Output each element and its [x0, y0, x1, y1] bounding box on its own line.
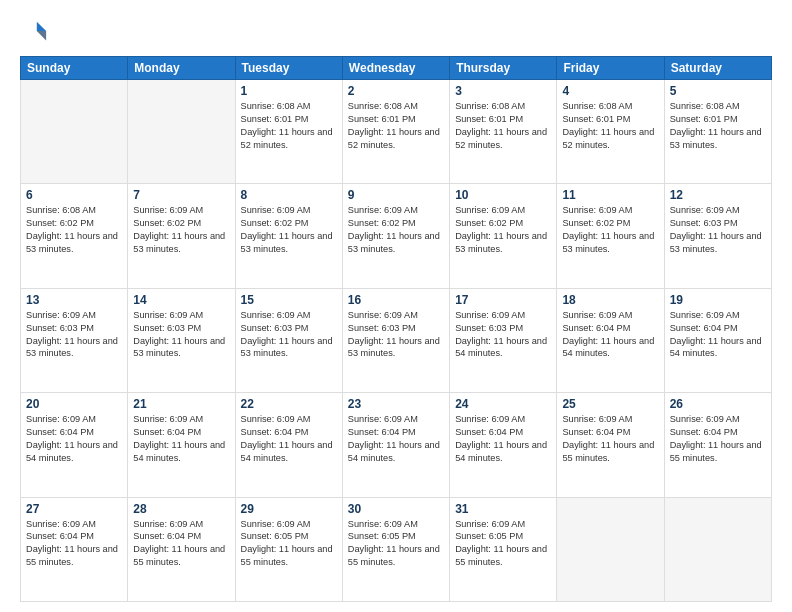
day-number: 16	[348, 293, 444, 307]
calendar-cell: 13Sunrise: 6:09 AM Sunset: 6:03 PM Dayli…	[21, 288, 128, 392]
calendar-cell: 16Sunrise: 6:09 AM Sunset: 6:03 PM Dayli…	[342, 288, 449, 392]
calendar-cell: 15Sunrise: 6:09 AM Sunset: 6:03 PM Dayli…	[235, 288, 342, 392]
day-number: 18	[562, 293, 658, 307]
cell-info: Sunrise: 6:09 AM Sunset: 6:02 PM Dayligh…	[562, 204, 658, 256]
day-number: 25	[562, 397, 658, 411]
weekday-header-row: SundayMondayTuesdayWednesdayThursdayFrid…	[21, 57, 772, 80]
day-number: 1	[241, 84, 337, 98]
calendar-cell: 26Sunrise: 6:09 AM Sunset: 6:04 PM Dayli…	[664, 393, 771, 497]
cell-info: Sunrise: 6:08 AM Sunset: 6:01 PM Dayligh…	[241, 100, 337, 152]
day-number: 23	[348, 397, 444, 411]
calendar-cell: 2Sunrise: 6:08 AM Sunset: 6:01 PM Daylig…	[342, 80, 449, 184]
weekday-header-sunday: Sunday	[21, 57, 128, 80]
weekday-header-tuesday: Tuesday	[235, 57, 342, 80]
calendar-cell: 1Sunrise: 6:08 AM Sunset: 6:01 PM Daylig…	[235, 80, 342, 184]
cell-info: Sunrise: 6:08 AM Sunset: 6:01 PM Dayligh…	[348, 100, 444, 152]
weekday-header-thursday: Thursday	[450, 57, 557, 80]
day-number: 6	[26, 188, 122, 202]
calendar-week-row: 6Sunrise: 6:08 AM Sunset: 6:02 PM Daylig…	[21, 184, 772, 288]
calendar-cell: 7Sunrise: 6:09 AM Sunset: 6:02 PM Daylig…	[128, 184, 235, 288]
day-number: 13	[26, 293, 122, 307]
calendar-cell	[557, 497, 664, 601]
weekday-header-saturday: Saturday	[664, 57, 771, 80]
logo	[20, 18, 52, 46]
day-number: 2	[348, 84, 444, 98]
calendar-cell: 6Sunrise: 6:08 AM Sunset: 6:02 PM Daylig…	[21, 184, 128, 288]
weekday-header-monday: Monday	[128, 57, 235, 80]
day-number: 30	[348, 502, 444, 516]
day-number: 4	[562, 84, 658, 98]
cell-info: Sunrise: 6:09 AM Sunset: 6:03 PM Dayligh…	[455, 309, 551, 361]
calendar-cell: 10Sunrise: 6:09 AM Sunset: 6:02 PM Dayli…	[450, 184, 557, 288]
calendar-cell: 27Sunrise: 6:09 AM Sunset: 6:04 PM Dayli…	[21, 497, 128, 601]
calendar-cell: 23Sunrise: 6:09 AM Sunset: 6:04 PM Dayli…	[342, 393, 449, 497]
calendar-cell	[128, 80, 235, 184]
cell-info: Sunrise: 6:09 AM Sunset: 6:03 PM Dayligh…	[26, 309, 122, 361]
cell-info: Sunrise: 6:09 AM Sunset: 6:04 PM Dayligh…	[670, 413, 766, 465]
day-number: 5	[670, 84, 766, 98]
weekday-header-friday: Friday	[557, 57, 664, 80]
day-number: 31	[455, 502, 551, 516]
calendar-cell	[21, 80, 128, 184]
day-number: 27	[26, 502, 122, 516]
calendar-cell: 4Sunrise: 6:08 AM Sunset: 6:01 PM Daylig…	[557, 80, 664, 184]
calendar-week-row: 1Sunrise: 6:08 AM Sunset: 6:01 PM Daylig…	[21, 80, 772, 184]
cell-info: Sunrise: 6:09 AM Sunset: 6:03 PM Dayligh…	[348, 309, 444, 361]
cell-info: Sunrise: 6:09 AM Sunset: 6:04 PM Dayligh…	[133, 518, 229, 570]
calendar-cell: 30Sunrise: 6:09 AM Sunset: 6:05 PM Dayli…	[342, 497, 449, 601]
cell-info: Sunrise: 6:09 AM Sunset: 6:04 PM Dayligh…	[562, 413, 658, 465]
cell-info: Sunrise: 6:09 AM Sunset: 6:04 PM Dayligh…	[562, 309, 658, 361]
calendar-week-row: 27Sunrise: 6:09 AM Sunset: 6:04 PM Dayli…	[21, 497, 772, 601]
day-number: 7	[133, 188, 229, 202]
calendar-cell: 5Sunrise: 6:08 AM Sunset: 6:01 PM Daylig…	[664, 80, 771, 184]
svg-marker-1	[37, 31, 46, 40]
cell-info: Sunrise: 6:09 AM Sunset: 6:02 PM Dayligh…	[241, 204, 337, 256]
calendar-cell: 29Sunrise: 6:09 AM Sunset: 6:05 PM Dayli…	[235, 497, 342, 601]
day-number: 21	[133, 397, 229, 411]
calendar-cell: 8Sunrise: 6:09 AM Sunset: 6:02 PM Daylig…	[235, 184, 342, 288]
calendar-week-row: 20Sunrise: 6:09 AM Sunset: 6:04 PM Dayli…	[21, 393, 772, 497]
day-number: 20	[26, 397, 122, 411]
day-number: 8	[241, 188, 337, 202]
calendar-week-row: 13Sunrise: 6:09 AM Sunset: 6:03 PM Dayli…	[21, 288, 772, 392]
day-number: 15	[241, 293, 337, 307]
cell-info: Sunrise: 6:09 AM Sunset: 6:03 PM Dayligh…	[670, 204, 766, 256]
calendar-cell: 20Sunrise: 6:09 AM Sunset: 6:04 PM Dayli…	[21, 393, 128, 497]
calendar-cell: 22Sunrise: 6:09 AM Sunset: 6:04 PM Dayli…	[235, 393, 342, 497]
calendar-cell: 17Sunrise: 6:09 AM Sunset: 6:03 PM Dayli…	[450, 288, 557, 392]
day-number: 17	[455, 293, 551, 307]
day-number: 9	[348, 188, 444, 202]
svg-marker-0	[37, 22, 46, 31]
calendar-cell: 21Sunrise: 6:09 AM Sunset: 6:04 PM Dayli…	[128, 393, 235, 497]
cell-info: Sunrise: 6:09 AM Sunset: 6:04 PM Dayligh…	[455, 413, 551, 465]
day-number: 28	[133, 502, 229, 516]
day-number: 12	[670, 188, 766, 202]
cell-info: Sunrise: 6:09 AM Sunset: 6:04 PM Dayligh…	[670, 309, 766, 361]
cell-info: Sunrise: 6:08 AM Sunset: 6:01 PM Dayligh…	[562, 100, 658, 152]
cell-info: Sunrise: 6:09 AM Sunset: 6:02 PM Dayligh…	[348, 204, 444, 256]
weekday-header-wednesday: Wednesday	[342, 57, 449, 80]
calendar-cell: 19Sunrise: 6:09 AM Sunset: 6:04 PM Dayli…	[664, 288, 771, 392]
day-number: 3	[455, 84, 551, 98]
cell-info: Sunrise: 6:09 AM Sunset: 6:04 PM Dayligh…	[241, 413, 337, 465]
calendar-cell: 11Sunrise: 6:09 AM Sunset: 6:02 PM Dayli…	[557, 184, 664, 288]
cell-info: Sunrise: 6:09 AM Sunset: 6:04 PM Dayligh…	[26, 413, 122, 465]
cell-info: Sunrise: 6:09 AM Sunset: 6:02 PM Dayligh…	[133, 204, 229, 256]
calendar-cell: 31Sunrise: 6:09 AM Sunset: 6:05 PM Dayli…	[450, 497, 557, 601]
day-number: 29	[241, 502, 337, 516]
cell-info: Sunrise: 6:09 AM Sunset: 6:04 PM Dayligh…	[26, 518, 122, 570]
cell-info: Sunrise: 6:09 AM Sunset: 6:02 PM Dayligh…	[455, 204, 551, 256]
cell-info: Sunrise: 6:09 AM Sunset: 6:03 PM Dayligh…	[241, 309, 337, 361]
day-number: 26	[670, 397, 766, 411]
cell-info: Sunrise: 6:08 AM Sunset: 6:01 PM Dayligh…	[455, 100, 551, 152]
calendar-cell: 12Sunrise: 6:09 AM Sunset: 6:03 PM Dayli…	[664, 184, 771, 288]
cell-info: Sunrise: 6:09 AM Sunset: 6:03 PM Dayligh…	[133, 309, 229, 361]
calendar-table: SundayMondayTuesdayWednesdayThursdayFrid…	[20, 56, 772, 602]
day-number: 14	[133, 293, 229, 307]
day-number: 11	[562, 188, 658, 202]
day-number: 10	[455, 188, 551, 202]
calendar-cell	[664, 497, 771, 601]
cell-info: Sunrise: 6:09 AM Sunset: 6:04 PM Dayligh…	[133, 413, 229, 465]
logo-icon	[20, 18, 48, 46]
calendar-cell: 24Sunrise: 6:09 AM Sunset: 6:04 PM Dayli…	[450, 393, 557, 497]
